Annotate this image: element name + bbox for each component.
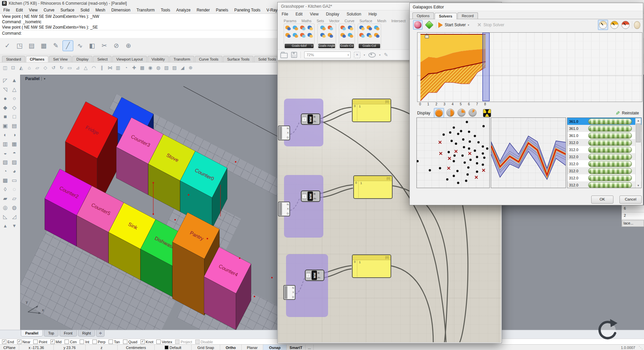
gh-ribbon-tab-vector[interactable]: Vector — [329, 19, 339, 23]
galapagos-tab-options[interactable]: Options — [412, 12, 434, 19]
fitness-row-3[interactable]: 312.0 — [567, 139, 641, 146]
toolbar-icon-3[interactable]: ⌂ — [26, 64, 33, 71]
gh-component-icon[interactable] — [340, 32, 347, 39]
display-mode-icon-3[interactable] — [468, 108, 477, 118]
sidebar-tool-icon-9[interactable]: □ — [10, 112, 19, 121]
status-grid-snap[interactable]: Grid Snap — [192, 345, 220, 350]
gh-component-icon[interactable] — [299, 25, 306, 31]
toolbar-icon-13[interactable]: ⋈ — [106, 64, 114, 71]
scroll-up-icon[interactable]: ▲ — [636, 118, 641, 122]
rhino-menu-mesh[interactable]: Mesh — [95, 8, 105, 12]
gh-component-icon[interactable] — [359, 25, 365, 31]
reinstate-pencil-icon[interactable]: ✎ — [615, 110, 620, 116]
sidebar-tool-icon-23[interactable]: ▭ — [10, 176, 19, 185]
toolbar-icon-7[interactable]: ↻ — [58, 64, 65, 71]
gh-component-icon[interactable] — [285, 25, 291, 31]
osnap-checkbox-mid[interactable]: ✓ — [50, 340, 55, 344]
fitness-graph[interactable] — [417, 32, 642, 102]
gh-component-icon[interactable] — [347, 32, 354, 39]
fitness-row-4[interactable]: 312.0 — [567, 146, 641, 153]
fitness-row-9[interactable]: 312.0 — [567, 181, 641, 188]
sidebar-tool-icon-22[interactable]: ▩ — [1, 176, 10, 185]
clipboard-icon[interactable]: ◳ — [14, 40, 25, 51]
gh-component-icon[interactable] — [307, 25, 314, 31]
mm-component[interactable]: ↓MMRPr — [301, 113, 320, 125]
toolbar-tab-cplanes[interactable]: CPlanes — [26, 56, 48, 62]
status-planar[interactable]: Planar — [242, 345, 263, 350]
toolbar-icon-0[interactable]: ◫ — [1, 64, 9, 71]
toolbar-tab-select[interactable]: Select — [93, 56, 112, 62]
sidebar-tool-icon-27[interactable]: ▱ — [10, 194, 19, 203]
osnap-quad[interactable]: Quad — [123, 340, 137, 344]
mm-component[interactable]: ↓MMRPr — [305, 270, 324, 281]
sidebar-tool-icon-26[interactable]: ▰ — [1, 194, 10, 203]
osnap-knot[interactable]: ✓Knot — [140, 340, 154, 344]
zoom-icon[interactable]: ⊕ — [123, 40, 134, 51]
display-mode-icon-1[interactable] — [446, 108, 455, 118]
gh-group-caption[interactable]: Goals-Col — [359, 44, 380, 48]
status-centimeters[interactable]: Centimeters — [118, 345, 155, 350]
rhino-menu-paneling-tools[interactable]: Paneling Tools — [234, 8, 260, 12]
display-mode-icon-2[interactable] — [457, 108, 466, 118]
sidebar-tool-icon-12[interactable]: ◐ — [1, 131, 10, 139]
gh-menu-help[interactable]: Help — [369, 12, 377, 16]
save-file-icon[interactable] — [291, 52, 297, 58]
toolbar-icon-1[interactable]: ⊡ — [9, 64, 17, 71]
rhino-menu-v-ray[interactable]: V-Ray — [267, 8, 278, 12]
polyline-icon[interactable]: ╱ — [63, 40, 73, 51]
genome-scatter-plot[interactable] — [416, 117, 490, 188]
toolbar-tab-curve-tools[interactable]: Curve Tools — [195, 56, 223, 62]
toolbar-icon-21[interactable]: ▨ — [171, 64, 178, 71]
osnap-perp[interactable]: Perp — [92, 340, 106, 344]
sidebar-tool-icon-8[interactable]: ■ — [1, 112, 10, 121]
gh-component-icon[interactable] — [327, 25, 334, 31]
gh-component-icon[interactable] — [347, 25, 354, 31]
osnap-int[interactable]: Int — [80, 340, 89, 344]
data-panel[interactable]: {0}01 — [352, 254, 391, 278]
galapagos-tab-solvers[interactable]: Solvers — [435, 13, 457, 19]
rhino-menu-panels[interactable]: Panels — [216, 8, 228, 12]
toolbar-icon-11[interactable]: ◠ — [90, 64, 97, 71]
gh-component-icon[interactable] — [359, 32, 365, 39]
status-cplane[interactable]: CPlane — [0, 345, 19, 350]
speed-gauge-icon-0[interactable] — [598, 20, 608, 30]
osnap-checkbox-near[interactable]: ✓ — [17, 340, 22, 344]
sidebar-tool-icon-24[interactable]: ◊ — [1, 185, 10, 194]
gh-ribbon-tab-surface[interactable]: Surface — [359, 19, 372, 23]
toolbar-icon-6[interactable]: ↺ — [50, 64, 57, 71]
sidebar-tool-icon-5[interactable]: ○ — [10, 94, 19, 103]
toolbar-icon-15[interactable]: ◔ — [122, 64, 130, 71]
toolbar-tab-surface-tools[interactable]: Surface Tools — [223, 56, 253, 62]
rhino-menu-file[interactable]: File — [3, 8, 10, 12]
toolbar-icon-9[interactable]: ⊿ — [74, 64, 81, 71]
gh-component-icon[interactable] — [373, 32, 380, 39]
osnap-point[interactable]: Point — [33, 340, 47, 344]
sidebar-tool-icon-10[interactable]: ▣ — [1, 121, 10, 130]
rhino-menu-transform[interactable]: Transform — [136, 8, 155, 12]
gh-component-icon[interactable] — [320, 25, 326, 31]
gh-component-icon[interactable] — [292, 25, 299, 31]
osnap-checkbox-cen[interactable] — [65, 340, 69, 344]
scroll-down-icon[interactable]: ▼ — [636, 184, 641, 187]
fitness-row-1[interactable]: 361.0 — [567, 125, 641, 132]
gh-component-icon[interactable] — [285, 32, 291, 39]
toolbar-icon-12[interactable]: ∥ — [98, 64, 106, 71]
gh-menu-edit[interactable]: Edit — [295, 12, 303, 16]
toolbar-tab-transform[interactable]: Transform — [169, 56, 194, 62]
mm-component[interactable]: ↓MMRPr — [301, 190, 320, 202]
gh-ribbon-tab-curve[interactable]: Curve — [345, 19, 354, 23]
speed-gauge-icon-1[interactable] — [610, 20, 619, 30]
status-x-171-36[interactable]: x -171.36 — [19, 345, 54, 350]
data-panel[interactable]: {0}01 — [352, 99, 391, 122]
gh-component-icon[interactable] — [320, 32, 326, 39]
gh-ribbon-tab-sets[interactable]: Sets — [317, 19, 324, 23]
gh-ribbon-tab-mesh[interactable]: Mesh — [377, 19, 386, 23]
sidebar-tool-icon-7[interactable]: ◇ — [10, 103, 19, 112]
osnap-checkbox-quad[interactable] — [123, 340, 127, 344]
start-solver-button[interactable]: Start Solver — [445, 23, 466, 27]
rhino-menu-dimension[interactable]: Dimension — [111, 8, 130, 12]
osnap-tan[interactable]: Tan — [109, 340, 120, 344]
evolutionary-solver-icon[interactable] — [413, 20, 422, 30]
status-ortho[interactable]: Ortho — [220, 345, 242, 350]
sidebar-tool-icon-19[interactable]: ▨ — [10, 158, 19, 167]
